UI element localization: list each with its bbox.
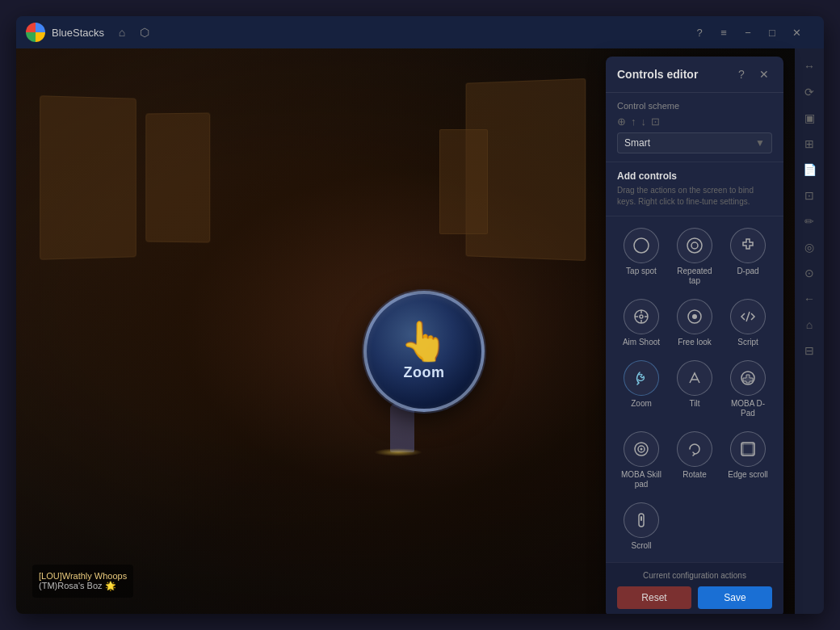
title-bar-right-controls: ? ≡ − □ ✕ — [688, 21, 808, 44]
control-dpad[interactable]: D-pad — [724, 225, 772, 289]
sidebar-home-icon[interactable]: ⌂ — [798, 313, 821, 336]
scroll-icon — [624, 502, 659, 538]
sidebar-back-icon[interactable]: ← — [798, 288, 821, 310]
svg-point-0 — [634, 238, 649, 253]
control-free-look[interactable]: Free look — [670, 296, 719, 351]
game-structure-1 — [40, 95, 136, 260]
control-scroll[interactable]: Scroll — [617, 499, 666, 554]
scheme-download-icon[interactable]: ↓ — [641, 116, 647, 128]
minimize-icon[interactable]: − — [737, 21, 759, 44]
free-look-icon — [677, 299, 712, 334]
control-zoom[interactable]: Zoom — [617, 357, 666, 422]
scheme-new-icon[interactable]: ⊕ — [617, 116, 626, 128]
control-repeated-tap[interactable]: Repeated tap — [670, 225, 719, 289]
scheme-label: Control scheme — [617, 101, 772, 111]
moba-dpad-label: MOBA D-Pad — [727, 399, 769, 418]
title-bar: BlueStacks ⌂ ⬡ ? ≡ − □ ✕ — [16, 16, 824, 48]
scheme-value: Smart — [624, 137, 650, 149]
reset-button[interactable]: Reset — [617, 586, 691, 609]
footer-label: Current configuration actions — [617, 571, 772, 580]
scheme-select[interactable]: Smart ▼ — [617, 132, 772, 153]
edge-scroll-icon — [730, 431, 766, 467]
sidebar-screen-icon[interactable]: ▣ — [798, 107, 821, 129]
save-button[interactable]: Save — [698, 586, 772, 609]
controls-grid: Tap spot Repeated tap — [606, 216, 783, 562]
tap-spot-icon — [624, 228, 659, 263]
scheme-upload-icon[interactable]: ↑ — [631, 116, 636, 128]
game-structure-2 — [145, 112, 210, 242]
chat-line-1: [LOU]Wrathly Whoops — [39, 571, 127, 581]
app-name: BlueStacks — [52, 27, 104, 39]
maximize-icon[interactable]: □ — [761, 21, 783, 44]
zoom-icon — [624, 360, 659, 396]
sidebar-file-icon[interactable]: 📄 — [798, 158, 821, 181]
sidebar-search-icon[interactable]: ◎ — [798, 236, 821, 258]
panel-header-icons: ? ✕ — [733, 66, 772, 82]
sidebar-power-icon[interactable]: ⊟ — [798, 339, 821, 362]
sidebar-settings-icon[interactable]: ⊙ — [798, 262, 821, 284]
chat-line-2: (TM)Rosa's Boz 🌟 — [39, 581, 127, 591]
dpad-icon — [730, 228, 766, 263]
control-tap-spot[interactable]: Tap spot — [617, 225, 666, 289]
tap-spot-label: Tap spot — [626, 267, 657, 276]
grid-icon[interactable]: ⬡ — [136, 24, 153, 40]
panel-header: Controls editor ? ✕ — [606, 57, 783, 93]
help-icon[interactable]: ? — [688, 21, 711, 44]
panel-help-icon[interactable]: ? — [733, 66, 750, 82]
close-icon[interactable]: ✕ — [785, 21, 808, 44]
panel-footer: Current configuration actions Reset Save — [606, 562, 783, 614]
controls-editor-panel: Controls editor ? ✕ Control scheme ⊕ ↑ ↓… — [606, 57, 783, 614]
control-moba-dpad[interactable]: MOBA D-Pad — [724, 357, 772, 422]
rotate-icon — [677, 431, 712, 467]
svg-rect-21 — [741, 453, 754, 456]
control-rotate[interactable]: Rotate — [670, 428, 719, 493]
svg-point-1 — [687, 238, 702, 253]
panel-close-icon[interactable]: ✕ — [756, 66, 772, 82]
right-sidebar: ↔ ⟳ ▣ ⊞ 📄 ⊡ ✏ ◎ ⊙ ← ⌂ ⊟ — [795, 48, 824, 614]
sidebar-apps-icon[interactable]: ⊞ — [798, 132, 821, 155]
tilt-icon — [677, 360, 712, 396]
svg-line-11 — [746, 312, 750, 321]
tilt-label: Tilt — [690, 399, 700, 409]
script-icon — [730, 299, 766, 334]
game-chat: [LOU]Wrathly Whoops (TM)Rosa's Boz 🌟 — [32, 565, 133, 598]
zoom-label: Zoom — [631, 399, 652, 409]
script-label: Script — [737, 338, 758, 347]
menu-icon[interactable]: ≡ — [712, 21, 735, 44]
aim-shoot-label: Aim Shoot — [623, 338, 660, 347]
home-icon[interactable]: ⌂ — [114, 24, 130, 40]
zoom-hand-icon: 👆 — [400, 322, 448, 361]
scheme-icons-row: ⊕ ↑ ↓ ⊡ — [617, 116, 772, 128]
zoom-drag-circle[interactable]: 👆 Zoom — [363, 291, 485, 412]
sidebar-refresh-icon[interactable]: ⟳ — [798, 81, 821, 103]
rotate-label: Rotate — [682, 470, 706, 480]
zoom-tooltip[interactable]: 👆 Zoom — [363, 291, 485, 412]
control-scheme-section: Control scheme ⊕ ↑ ↓ ⊡ Smart ▼ — [606, 93, 783, 162]
scheme-copy-icon[interactable]: ⊡ — [651, 116, 660, 128]
aim-shoot-icon — [624, 299, 659, 334]
svg-point-8 — [640, 315, 643, 318]
free-look-label: Free look — [678, 338, 712, 347]
scheme-chevron-icon: ▼ — [755, 137, 765, 149]
control-tilt[interactable]: Tilt — [670, 357, 719, 422]
panel-title: Controls editor — [617, 68, 698, 81]
repeated-tap-label: Repeated tap — [674, 267, 716, 286]
title-bar-icons: ⌂ ⬡ — [114, 24, 153, 40]
add-controls-section: Add controls Drag the actions on the scr… — [606, 162, 783, 216]
svg-point-2 — [691, 242, 698, 249]
control-aim-shoot[interactable]: Aim Shoot — [617, 296, 666, 351]
moba-skill-label: MOBA Skill pad — [620, 470, 662, 489]
add-controls-title: Add controls — [617, 170, 772, 182]
moba-skill-icon — [624, 431, 659, 467]
control-moba-skill[interactable]: MOBA Skill pad — [617, 428, 666, 493]
control-script[interactable]: Script — [724, 296, 772, 351]
scroll-label: Scroll — [631, 541, 651, 551]
svg-point-10 — [692, 314, 697, 319]
svg-point-16 — [640, 448, 643, 451]
app-logo — [26, 23, 45, 42]
sidebar-edit-icon[interactable]: ✏ — [798, 210, 821, 233]
app-window: BlueStacks ⌂ ⬡ ? ≡ − □ ✕ ↔ ⟳ ▣ ⊞ 📄 ⊡ ✏ ◎… — [16, 16, 824, 614]
sidebar-resize-icon[interactable]: ↔ — [798, 55, 821, 78]
control-edge-scroll[interactable]: Edge scroll — [724, 428, 772, 493]
sidebar-controls-icon[interactable]: ⊡ — [798, 184, 821, 207]
